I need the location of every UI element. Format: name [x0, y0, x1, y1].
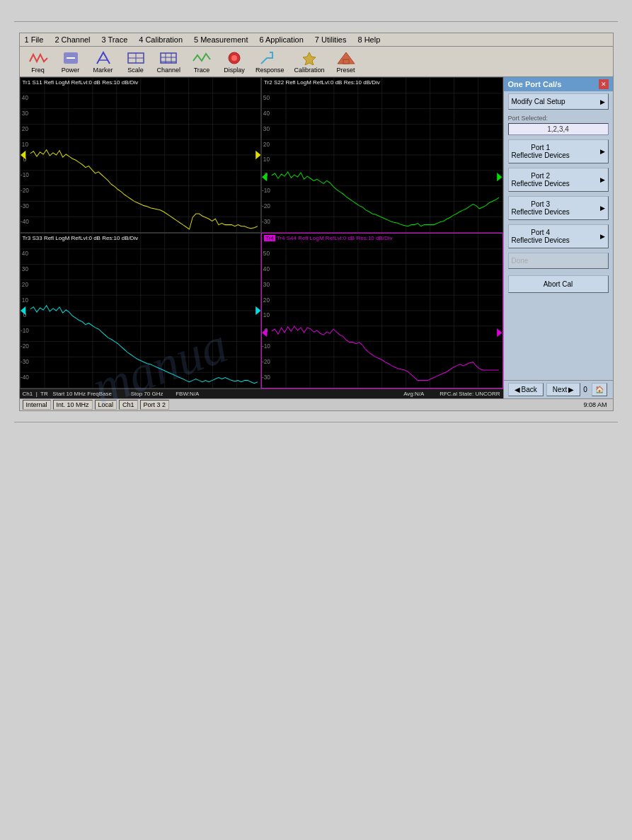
power-icon	[61, 50, 81, 67]
menu-measurement[interactable]: 5 Measurement	[192, 35, 250, 45]
svg-text:40: 40	[21, 94, 28, 102]
svg-text:20: 20	[21, 280, 28, 288]
toolbar-calibration[interactable]: Calibration	[290, 48, 329, 75]
chart-row-bottom: Tr3 S33 Refl LogM RefLvl:0 dB Res:10 dB/…	[20, 233, 503, 389]
menu-bar: 1 File 2 Channel 3 Trace 4 Calibration 5…	[20, 33, 613, 47]
channel-info: Ch1 | TR Start 10 MHz FreqBase Stop 70 G…	[23, 391, 200, 397]
response-icon	[260, 50, 280, 67]
port2-reflective-button[interactable]: Port 2 Reflective Devices ▶	[508, 168, 609, 192]
toolbar-channel[interactable]: Channel	[153, 48, 185, 75]
chart-bottom-bar: Ch1 | TR Start 10 MHz FreqBase Stop 70 G…	[20, 389, 503, 398]
port3-reflective-button[interactable]: Port 3 Reflective Devices ▶	[508, 196, 609, 220]
toolbar-trace[interactable]: Trace	[186, 48, 217, 75]
status-info-right: Avg:N/A RFC.al State: UNCORR	[403, 391, 500, 397]
svg-text:-10: -10	[262, 186, 270, 194]
svg-text:10: 10	[21, 296, 28, 304]
menu-application[interactable]: 6 Application	[257, 35, 305, 45]
modify-cal-setup-button[interactable]: Modify Cal Setup ▶	[508, 93, 609, 110]
chart-panel-s44: Tr4 Tr4 S44 Refl LogM RefLvl:0 dB Res:10…	[261, 233, 503, 389]
page-number: 0	[583, 386, 587, 393]
status-int-freq: Int. 10 MHz	[53, 400, 93, 410]
toolbar-preset[interactable]: Preset	[331, 48, 362, 75]
toolbar-freq[interactable]: Freq	[23, 48, 54, 75]
status-bar: Internal Int. 10 MHz Local Ch1 Port 3 2 …	[20, 398, 613, 410]
chart-row-top: Tr1 S11 Refl LogM RefLvl:0 dB Res:10 dB/…	[20, 77, 503, 233]
toolbar-display[interactable]: Display	[219, 48, 250, 75]
port1-reflective-button[interactable]: Port 1 Reflective Devices ▶	[508, 139, 609, 163]
svg-text:10: 10	[263, 311, 270, 319]
port4-reflective-button[interactable]: Port 4 Reflective Devices ▶	[508, 224, 609, 248]
svg-text:30: 30	[263, 280, 270, 288]
next-arrow-icon: ▶	[568, 386, 574, 393]
menu-utilities[interactable]: 7 Utilities	[313, 35, 349, 45]
toolbar-power[interactable]: Power	[55, 48, 86, 75]
port-selected-field: 1,2,3,4	[508, 123, 609, 135]
status-local: Local	[95, 400, 117, 410]
preset-icon	[336, 50, 356, 67]
svg-text:-30: -30	[262, 217, 270, 225]
svg-text:-20: -20	[262, 357, 270, 365]
port3-arrow: ▶	[600, 205, 605, 212]
back-arrow-icon: ◀	[515, 386, 520, 393]
done-button[interactable]: Done	[508, 253, 609, 269]
svg-text:40: 40	[263, 109, 270, 117]
menu-file[interactable]: 1 File	[23, 35, 46, 45]
toolbar-scale[interactable]: Scale	[120, 48, 151, 75]
port2-arrow: ▶	[600, 176, 605, 183]
menu-calibration[interactable]: 4 Calibration	[137, 35, 185, 45]
menu-channel[interactable]: 2 Channel	[52, 35, 92, 45]
svg-point-12	[231, 55, 237, 61]
chart-svg-s44: 50 40 30 20 10 0 -10 -20 -30	[262, 234, 502, 388]
status-port: Port 3 2	[140, 400, 170, 410]
svg-text:-40: -40	[21, 373, 29, 381]
instrument-window: 1 File 2 Channel 3 Trace 4 Calibration 5…	[19, 33, 614, 411]
main-content: Tr1 S11 Refl LogM RefLvl:0 dB Res:10 dB/…	[20, 77, 613, 398]
chart-panel-s11: Tr1 S11 Refl LogM RefLvl:0 dB Res:10 dB/…	[20, 77, 262, 233]
svg-text:30: 30	[21, 265, 28, 272]
top-rule	[14, 21, 618, 22]
status-ch1: Ch1	[119, 400, 138, 410]
svg-text:-30: -30	[262, 373, 270, 381]
modify-cal-setup-arrow: ▶	[600, 98, 605, 105]
panel-title-bar: One Port Cal/s ✕	[504, 77, 613, 91]
back-button[interactable]: ◀ Back	[508, 383, 544, 396]
next-button[interactable]: Next ▶	[546, 383, 581, 396]
bottom-rule	[14, 422, 618, 422]
panel-spacer	[504, 295, 613, 380]
chart-title-s22: Tr2 S22 Refl LogM RefLvl:0 dB Res:10 dB/…	[262, 78, 382, 87]
chart-svg-s22: 50 40 30 20 10 0 -10 -20 -30	[262, 78, 502, 232]
freq-icon	[28, 50, 48, 67]
status-internal: Internal	[23, 400, 51, 410]
chart-area: Tr1 S11 Refl LogM RefLvl:0 dB Res:10 dB/…	[20, 77, 503, 398]
close-button[interactable]: ✕	[599, 79, 609, 89]
svg-text:10: 10	[21, 140, 28, 148]
svg-rect-14	[343, 59, 349, 64]
svg-text:40: 40	[263, 265, 270, 272]
menu-help[interactable]: 8 Help	[355, 35, 382, 45]
svg-text:-10: -10	[21, 327, 29, 335]
panel-title: One Port Cal/s	[508, 80, 562, 88]
svg-text:20: 20	[263, 296, 270, 304]
toolbar-marker[interactable]: Marker	[88, 48, 119, 75]
chart-panel-s33: Tr3 S33 Refl LogM RefLvl:0 dB Res:10 dB/…	[20, 233, 262, 389]
port-selected-label: Port Selected:	[508, 115, 609, 122]
svg-text:-30: -30	[21, 202, 29, 209]
home-icon: 🏠	[595, 386, 604, 393]
toolbar-response[interactable]: Response	[251, 48, 289, 75]
svg-text:-20: -20	[262, 202, 270, 209]
toolbar: Freq Power Marker	[20, 47, 613, 77]
bottom-nav: ◀ Back Next ▶ 0 🏠	[504, 380, 613, 398]
status-time: 9:08 AM	[580, 401, 609, 409]
svg-text:-20: -20	[21, 342, 29, 350]
svg-text:20: 20	[21, 125, 28, 132]
svg-text:40: 40	[21, 250, 28, 258]
port1-arrow: ▶	[600, 148, 605, 155]
abort-cal-button[interactable]: Abort Cal	[508, 275, 609, 293]
right-panel: One Port Cal/s ✕ Modify Cal Setup ▶ Port…	[503, 77, 613, 398]
svg-text:-10: -10	[262, 342, 270, 350]
svg-text:10: 10	[263, 156, 270, 163]
svg-text:50: 50	[263, 250, 270, 258]
chart-svg-s11: 40 30 20 10 0 -10 -20 -30 -40	[21, 78, 261, 232]
home-button[interactable]: 🏠	[592, 383, 607, 396]
menu-trace[interactable]: 3 Trace	[100, 35, 130, 45]
